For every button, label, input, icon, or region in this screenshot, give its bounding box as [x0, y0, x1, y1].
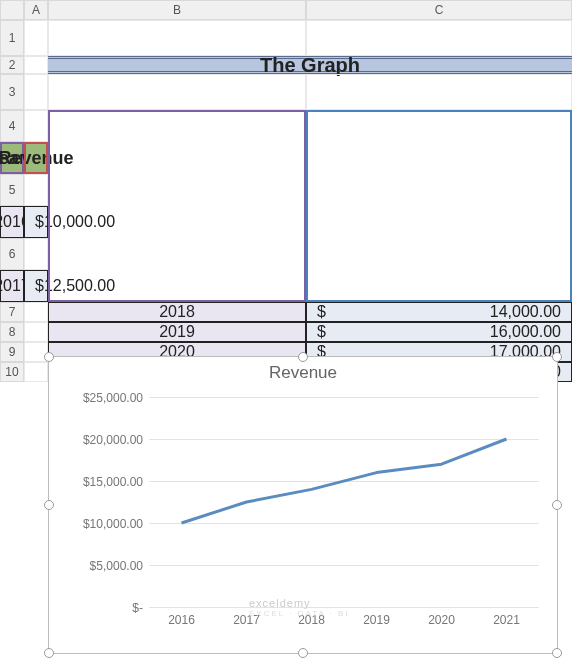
revenue-cell-3[interactable]: $16,000.00	[306, 322, 572, 342]
col-head-b[interactable]: B	[48, 0, 306, 20]
currency-symbol: $	[317, 323, 326, 341]
row-head-1[interactable]: 1	[0, 20, 24, 56]
row-head-5[interactable]: 5	[0, 174, 24, 206]
resize-handle-ne[interactable]	[552, 352, 562, 362]
currency-symbol: $	[35, 277, 44, 295]
resize-handle-se[interactable]	[552, 648, 562, 658]
resize-handle-s[interactable]	[298, 648, 308, 658]
x-tick-3: 2019	[363, 613, 390, 627]
revenue-value: 10,000.00	[44, 213, 115, 231]
revenue-cell-1[interactable]: $12,500.00	[24, 270, 48, 302]
select-all-corner[interactable]	[0, 0, 24, 20]
cell-a10[interactable]	[24, 362, 48, 382]
resize-handle-sw[interactable]	[44, 648, 54, 658]
cell-a8[interactable]	[24, 322, 48, 342]
row-head-3[interactable]: 3	[0, 74, 24, 110]
resize-handle-nw[interactable]	[44, 352, 54, 362]
y-tick-1: $20,000.00	[83, 433, 143, 447]
year-cell-0[interactable]: 2016	[0, 206, 24, 238]
cell-c1[interactable]	[306, 20, 572, 56]
cell-a1[interactable]	[24, 20, 48, 56]
cell-a5[interactable]	[24, 174, 48, 206]
col-head-c[interactable]: C	[306, 0, 572, 20]
revenue-value: 16,000.00	[326, 323, 561, 341]
revenue-value: 14,000.00	[326, 303, 561, 321]
y-tick-0: $25,000.00	[83, 391, 143, 405]
x-tick-5: 2021	[493, 613, 520, 627]
cell-b3[interactable]	[48, 74, 306, 110]
chart-series-line	[182, 439, 507, 523]
years-selection-box	[48, 110, 306, 302]
revenue-cell-0[interactable]: $10,000.00	[24, 206, 48, 238]
cell-b1[interactable]	[48, 20, 306, 56]
resize-handle-w[interactable]	[44, 500, 54, 510]
row-head-4[interactable]: 4	[0, 110, 24, 142]
y-tick-5: $-	[132, 601, 143, 615]
col-head-a[interactable]: A	[24, 0, 48, 20]
cell-a6[interactable]	[24, 238, 48, 270]
currency-symbol: $	[35, 213, 44, 231]
chart-title[interactable]: Revenue	[49, 363, 557, 383]
resize-handle-e[interactable]	[552, 500, 562, 510]
row-head-6[interactable]: 6	[0, 238, 24, 270]
cell-a2[interactable]	[24, 56, 48, 74]
row-head-10[interactable]: 10	[0, 362, 24, 382]
x-tick-0: 2016	[168, 613, 195, 627]
revenue-cell-2[interactable]: $14,000.00	[306, 302, 572, 322]
cell-c3[interactable]	[306, 74, 572, 110]
y-tick-3: $10,000.00	[83, 517, 143, 531]
revenue-value: 12,500.00	[44, 277, 115, 295]
x-tick-1: 2017	[233, 613, 260, 627]
chart-object[interactable]: Revenue $25,000.00 $20,000.00 $15,000.00…	[48, 356, 558, 654]
row-head-7[interactable]: 7	[0, 302, 24, 322]
year-cell-3[interactable]: 2019	[48, 322, 306, 342]
y-tick-2: $15,000.00	[83, 475, 143, 489]
row-head-2[interactable]: 2	[0, 56, 24, 74]
year-cell-1[interactable]: 2017	[0, 270, 24, 302]
chart-plot-area[interactable]: $25,000.00 $20,000.00 $15,000.00 $10,000…	[149, 397, 539, 607]
currency-symbol: $	[317, 303, 326, 321]
revenue-selection-box	[306, 110, 572, 302]
row-head-8[interactable]: 8	[0, 322, 24, 342]
cell-a7[interactable]	[24, 302, 48, 322]
cell-a3[interactable]	[24, 74, 48, 110]
x-tick-2: 2018	[298, 613, 325, 627]
header-revenue[interactable]: Revenue	[24, 142, 48, 174]
title-cell[interactable]: The Graph	[48, 56, 572, 74]
x-tick-4: 2020	[428, 613, 455, 627]
row-head-9[interactable]: 9	[0, 342, 24, 362]
resize-handle-n[interactable]	[298, 352, 308, 362]
cell-a4[interactable]	[24, 110, 48, 142]
chart-line-svg	[149, 397, 539, 607]
y-tick-4: $5,000.00	[90, 559, 143, 573]
year-cell-2[interactable]: 2018	[48, 302, 306, 322]
